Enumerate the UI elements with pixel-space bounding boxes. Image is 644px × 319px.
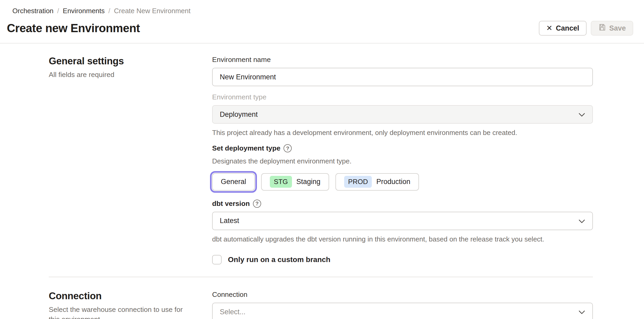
save-icon — [598, 23, 606, 33]
general-settings-heading: General settings — [49, 56, 194, 67]
breadcrumb-separator: / — [57, 7, 59, 15]
deployment-type-label-text: Set deployment type — [212, 144, 280, 152]
environment-type-label: Environment type — [212, 93, 593, 101]
environment-type-field: Environment type Deployment This project… — [212, 93, 593, 137]
chevron-down-icon — [579, 217, 585, 225]
general-settings-form: Environment name Environment type Deploy… — [212, 56, 593, 264]
dbt-version-field: dbt version ? Latest dbt automatically u… — [212, 200, 593, 244]
deployment-type-production-button[interactable]: PROD Production — [335, 173, 419, 191]
dbt-version-value: Latest — [220, 217, 239, 225]
save-button[interactable]: Save — [591, 21, 633, 36]
environment-type-select: Deployment — [212, 105, 593, 124]
breadcrumb: Orchestration / Environments / Create Ne… — [0, 0, 644, 15]
cancel-button[interactable]: ✕ Cancel — [539, 21, 587, 36]
connection-placeholder: Select... — [220, 308, 246, 316]
connection-select[interactable]: Select... — [212, 303, 593, 319]
staging-badge: STG — [270, 176, 292, 188]
main-content: General settings All fields are required… — [0, 43, 644, 319]
custom-branch-checkbox[interactable] — [212, 255, 222, 264]
help-icon[interactable]: ? — [284, 144, 292, 152]
dbt-version-label: dbt version ? — [212, 200, 593, 208]
page-title: Create new Environment — [7, 22, 140, 35]
cancel-button-label: Cancel — [556, 24, 579, 32]
header-actions: ✕ Cancel Save — [539, 21, 633, 36]
connection-intro: Connection Select the warehouse connecti… — [49, 291, 212, 319]
connection-label: Connection — [212, 291, 593, 299]
deployment-type-production-label: Production — [376, 178, 410, 186]
deployment-type-general-label: General — [221, 178, 246, 186]
deployment-type-field: Set deployment type ? Designates the dep… — [212, 144, 593, 190]
environment-type-value: Deployment — [220, 110, 258, 119]
custom-branch-label: Only run on a custom branch — [228, 255, 330, 264]
connection-form: Connection Select... — [212, 291, 593, 319]
dbt-version-label-text: dbt version — [212, 200, 250, 208]
custom-branch-checkbox-row[interactable]: Only run on a custom branch — [212, 255, 593, 264]
dbt-version-select[interactable]: Latest — [212, 212, 593, 230]
environment-type-helper: This project already has a development e… — [212, 128, 593, 137]
connection-heading: Connection — [49, 291, 194, 302]
page-header: Create new Environment ✕ Cancel Save — [0, 15, 644, 43]
section-divider — [49, 277, 593, 277]
general-settings-section: General settings All fields are required… — [49, 56, 593, 264]
environment-name-field: Environment name — [212, 56, 593, 86]
chevron-down-icon — [579, 110, 585, 119]
breadcrumb-create-new-environment: Create New Environment — [114, 7, 191, 15]
connection-subheading: Select the warehouse connection to use f… — [49, 305, 194, 319]
dbt-version-helper: dbt automatically upgrades the dbt versi… — [212, 234, 593, 244]
deployment-type-helper: Designates the deployment environment ty… — [212, 156, 593, 166]
general-settings-subheading: All fields are required — [49, 70, 194, 80]
deployment-type-staging-button[interactable]: STG Staging — [261, 173, 329, 191]
connection-field: Connection Select... — [212, 291, 593, 319]
save-button-label: Save — [609, 24, 626, 32]
environment-name-input[interactable] — [212, 68, 593, 86]
breadcrumb-orchestration[interactable]: Orchestration — [12, 7, 53, 15]
close-icon: ✕ — [546, 25, 552, 32]
breadcrumb-environments[interactable]: Environments — [63, 7, 105, 15]
connection-section: Connection Select the warehouse connecti… — [49, 291, 593, 319]
deployment-type-general-button[interactable]: General — [212, 173, 255, 191]
deployment-type-staging-label: Staging — [296, 178, 321, 186]
general-settings-intro: General settings All fields are required — [49, 56, 212, 80]
environment-name-label: Environment name — [212, 56, 593, 64]
chevron-down-icon — [579, 308, 585, 316]
deployment-type-label: Set deployment type ? — [212, 144, 593, 152]
deployment-type-options: General STG Staging PROD Production — [212, 173, 593, 191]
production-badge: PROD — [344, 176, 372, 188]
breadcrumb-separator: / — [108, 7, 110, 15]
help-icon[interactable]: ? — [253, 200, 261, 208]
